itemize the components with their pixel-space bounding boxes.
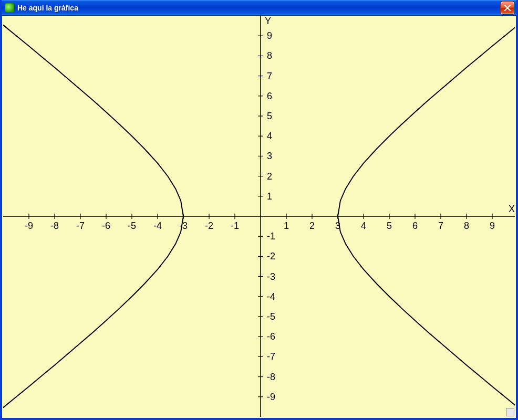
plot-area: -9-8-7-6-5-4-3-2-1123456789-9-8-7-6-5-4-… (3, 16, 515, 417)
x-tick-label: -5 (128, 220, 136, 231)
y-axis-label: Y (265, 16, 271, 26)
x-tick-label: 4 (361, 220, 366, 231)
y-tick-label: -7 (267, 351, 275, 362)
y-tick-label: 1 (267, 191, 272, 202)
y-tick-label: 7 (267, 71, 272, 81)
turtle-icon (5, 3, 14, 13)
application-window: He aquí la gráfica -9-8-7-6-5-4-3-2-1123… (0, 0, 518, 420)
y-tick-label: -6 (267, 331, 275, 342)
chart-canvas: -9-8-7-6-5-4-3-2-1123456789-9-8-7-6-5-4-… (3, 16, 515, 417)
x-tick-label: -2 (205, 220, 213, 231)
y-tick-label: -2 (267, 251, 275, 261)
y-tick-label: -3 (267, 271, 275, 282)
y-tick-label: 5 (267, 111, 272, 121)
x-tick-label: 1 (284, 220, 289, 231)
y-tick-label: -8 (267, 372, 275, 382)
y-tick-label: 6 (267, 91, 272, 101)
y-tick-label: 3 (267, 151, 272, 161)
x-tick-label: -6 (102, 220, 110, 231)
y-tick-label: 4 (267, 131, 272, 141)
close-button[interactable] (501, 2, 514, 14)
x-axis-label: X (509, 204, 515, 214)
x-tick-label: 8 (464, 220, 469, 231)
titlebar[interactable]: He aquí la gráfica (2, 0, 516, 16)
x-tick-label: 5 (387, 220, 392, 231)
y-tick-label: 2 (267, 171, 272, 182)
x-tick-label: -8 (50, 220, 59, 231)
x-tick-label: -7 (76, 220, 85, 231)
x-tick-label: -3 (179, 220, 188, 231)
x-tick-label: 7 (438, 220, 443, 231)
y-tick-label: -9 (267, 392, 275, 402)
resize-grip[interactable] (506, 408, 514, 416)
y-tick-label: 9 (267, 30, 272, 41)
y-tick-label: -5 (267, 311, 275, 322)
y-tick-label: 8 (267, 50, 272, 61)
x-tick-label: -1 (231, 220, 239, 231)
x-tick-label: -9 (25, 220, 33, 231)
x-tick-label: -4 (153, 220, 162, 231)
x-tick-label: 9 (490, 220, 495, 231)
x-tick-label: 2 (309, 220, 315, 231)
window-title: He aquí la gráfica (17, 4, 501, 12)
y-tick-label: -1 (267, 231, 275, 242)
close-icon (504, 5, 511, 11)
x-tick-label: 6 (412, 220, 418, 231)
y-tick-label: -4 (267, 291, 275, 302)
